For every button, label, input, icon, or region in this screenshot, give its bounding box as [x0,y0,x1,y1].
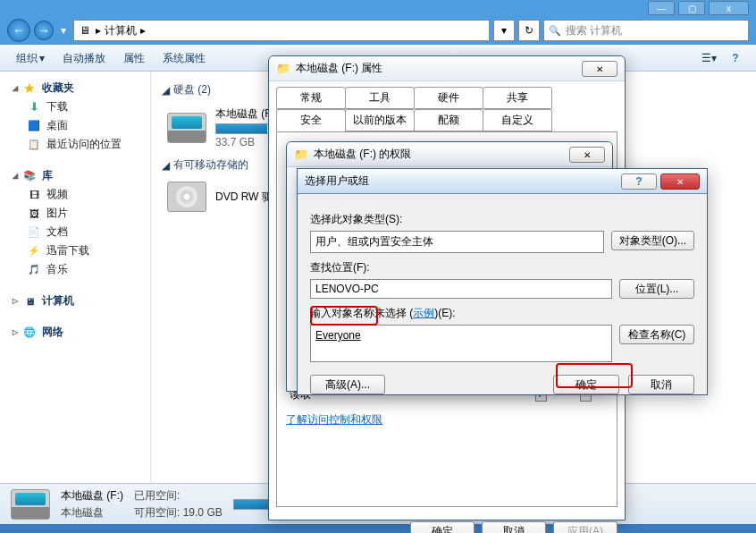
properties-cancel-button[interactable]: 取消 [482,521,546,533]
dvd-name: DVD RW 驱 [215,190,273,205]
location-field: LENOVO-PC [310,279,612,299]
help-button[interactable] [724,48,747,68]
toolbar-system-properties[interactable]: 系统属性 [155,47,213,70]
breadcrumb-sep: ▸ [96,24,101,37]
sidebar-favorites[interactable]: ◢收藏夹 [0,79,150,97]
minimize-button[interactable]: — [648,1,675,15]
select-ok-button[interactable]: 确定 [553,375,619,394]
properties-buttons: 确定 取消 应用(A) [269,514,625,533]
check-names-button[interactable]: 检查名称(C) [619,325,694,344]
select-titlebar[interactable]: 选择用户或组 ? [298,169,707,194]
properties-title: 本地磁盘 (F:) 属性 [296,61,576,76]
sidebar-desktop[interactable]: 桌面 [0,116,150,135]
object-type-label: 选择此对象类型(S): [310,212,694,227]
view-mode-button[interactable]: ☰▾ [697,48,720,68]
window-titlebar: — ▢ x [0,0,756,16]
tab-quota[interactable]: 配额 [414,109,483,131]
example-link[interactable]: 示例 [413,307,434,319]
sidebar-library[interactable]: ◢库 [0,166,150,185]
folder-icon [294,148,308,162]
search-placeholder: 搜索 计算机 [566,23,622,38]
location-label: 查找位置(F): [310,260,694,275]
properties-apply-button[interactable]: 应用(A) [553,521,617,533]
properties-ok-button[interactable]: 确定 [410,521,475,533]
back-button[interactable] [7,19,30,42]
select-cancel-button[interactable]: 取消 [628,375,694,394]
sidebar-document[interactable]: 文档 [0,223,150,241]
tab-previous[interactable]: 以前的版本 [345,109,415,131]
drive-icon [167,113,206,143]
close-button[interactable]: x [709,1,749,15]
close-icon [584,148,591,161]
properties-titlebar[interactable]: 本地磁盘 (F:) 属性 [269,56,625,81]
sidebar-music[interactable]: 音乐 [0,260,150,279]
sidebar-recent[interactable]: 最近访问的位置 [0,135,150,154]
tab-row-1: 常规 工具 硬件 共享 [269,81,625,109]
thunder-icon [27,244,41,258]
toolbar-properties[interactable]: 属性 [116,47,152,70]
address-field[interactable]: ▸ 计算机 ▸ [73,20,490,41]
permissions-titlebar[interactable]: 本地磁盘 (F:) 的权限 [287,142,612,167]
music-icon [27,263,41,277]
status-free-value: 19.0 GB [183,506,223,519]
select-help-button[interactable]: ? [621,173,657,190]
computer-icon [22,294,37,309]
video-icon [27,188,41,202]
select-close-button[interactable] [660,173,700,190]
learn-permissions-link[interactable]: 了解访问控制和权限 [286,412,382,427]
navigation-pane: ◢收藏夹 下载 桌面 最近访问的位置 ◢库 视频 图片 文档 迅雷下载 音乐 ▷… [0,72,150,483]
download-icon [27,100,41,114]
toolbar-organize[interactable]: 组织 [9,47,52,70]
close-icon [676,175,684,188]
sidebar-video[interactable]: 视频 [0,185,150,204]
advanced-button[interactable]: 高级(A)... [310,375,385,394]
name-label: 输入对象名称来选择 (示例)(E): [310,306,694,321]
desktop-icon [27,119,41,133]
properties-close-button[interactable] [582,61,617,77]
status-drive-name: 本地磁盘 (F:) [61,488,123,503]
sidebar-thunder[interactable]: 迅雷下载 [0,241,150,260]
drive-icon [11,489,50,520]
sidebar-picture[interactable]: 图片 [0,204,150,223]
tab-hardware[interactable]: 硬件 [414,87,483,109]
document-icon [27,225,41,240]
maximize-button[interactable]: ▢ [678,1,705,15]
permissions-close-button[interactable] [569,147,605,163]
star-icon [22,81,37,96]
object-name-input[interactable]: Everyone [310,325,612,362]
select-body: 选择此对象类型(S): 用户、组或内置安全主体 对象类型(O)... 查找位置(… [298,194,707,405]
object-type-field: 用户、组或内置安全主体 [310,231,604,253]
sidebar-computer[interactable]: ▷计算机 [0,292,150,310]
sidebar-downloads[interactable]: 下载 [0,97,150,116]
toolbar-autoplay[interactable]: 自动播放 [55,47,113,70]
select-user-dialog: 选择用户或组 ? 选择此对象类型(S): 用户、组或内置安全主体 对象类型(O)… [297,168,708,395]
dvd-icon [167,182,206,212]
forward-button[interactable] [34,21,54,40]
select-title: 选择用户或组 [305,173,463,189]
permissions-title: 本地磁盘 (F:) 的权限 [314,147,564,162]
search-field[interactable]: 搜索 计算机 [543,20,749,41]
nav-history-dropdown[interactable] [57,24,70,37]
sidebar-network[interactable]: ▷网络 [0,323,150,342]
refresh-button[interactable] [518,20,540,41]
address-dropdown-button[interactable] [493,20,515,41]
status-used-label: 已用空间: [134,488,223,503]
tab-tools[interactable]: 工具 [345,87,415,109]
folder-icon [276,62,290,76]
library-icon [22,169,37,183]
tab-security[interactable]: 安全 [276,109,346,131]
breadcrumb-location[interactable]: 计算机 [105,23,137,38]
computer-icon [78,23,92,38]
tab-general[interactable]: 常规 [276,87,346,109]
tab-custom[interactable]: 自定义 [483,109,552,131]
status-drive-type: 本地磁盘 [61,505,123,520]
object-type-button[interactable]: 对象类型(O)... [611,231,694,250]
help-icon: ? [635,175,642,188]
recent-icon [27,138,41,152]
search-icon [548,23,562,38]
picture-icon [27,207,41,221]
location-button[interactable]: 位置(L)... [619,279,694,299]
tab-sharing[interactable]: 共享 [483,87,552,109]
status-free-label: 可用空间: [134,506,180,519]
chevron-down-icon [39,52,45,64]
